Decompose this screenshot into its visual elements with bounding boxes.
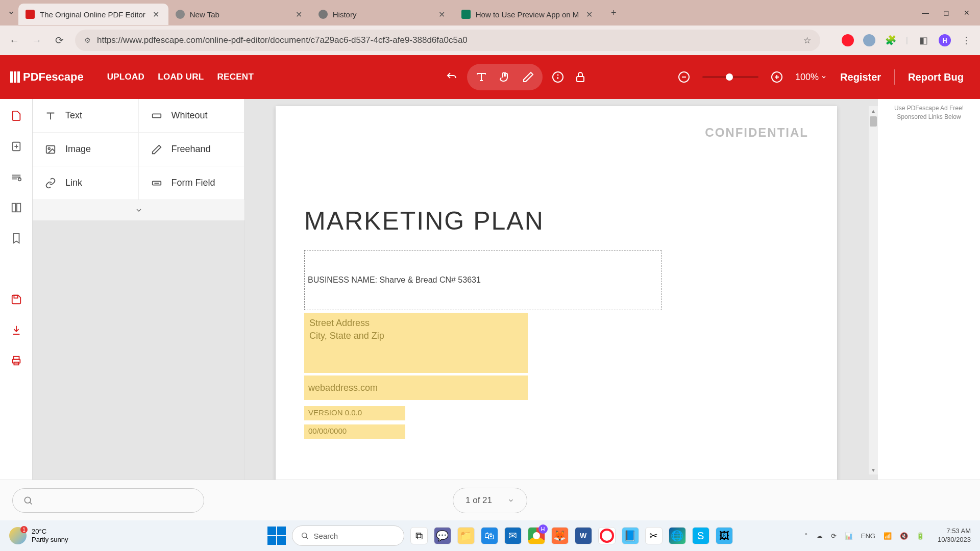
start-button[interactable]: [267, 527, 286, 545]
reload-button[interactable]: ⟳: [53, 34, 66, 47]
version-field[interactable]: VERSION 0.0.0: [304, 406, 405, 420]
mail-icon[interactable]: ✉: [504, 527, 522, 544]
pdf-page[interactable]: CONFIDENTIAL MARKETING PLAN BUSINESS NAM…: [276, 106, 837, 480]
new-tab-button[interactable]: +: [606, 5, 621, 20]
page-tab[interactable]: [9, 139, 24, 154]
side-panel-button[interactable]: ◧: [917, 34, 929, 46]
insert-tab[interactable]: [9, 108, 24, 123]
collapse-panel-button[interactable]: [33, 200, 244, 220]
task-view-icon[interactable]: ⧉: [410, 527, 428, 544]
save-button[interactable]: [9, 292, 24, 307]
lock-button[interactable]: [569, 66, 592, 88]
tab-list-dropdown[interactable]: [4, 6, 18, 20]
document-viewport[interactable]: CONFIDENTIAL MARKETING PLAN BUSINESS NAM…: [245, 99, 878, 480]
chat-icon[interactable]: 💬: [434, 527, 451, 544]
print-button[interactable]: [9, 353, 24, 368]
scroll-thumb[interactable]: [870, 116, 877, 127]
undo-button[interactable]: [440, 66, 463, 88]
clock[interactable]: 7:53 AM 10/30/2023: [938, 527, 971, 544]
photos-icon[interactable]: 🖼: [716, 527, 733, 544]
upload-link[interactable]: UPLOAD: [107, 72, 145, 82]
close-window-button[interactable]: ✕: [964, 9, 970, 17]
recent-link[interactable]: RECENT: [217, 72, 254, 82]
draw-tool-button[interactable]: [517, 66, 540, 88]
edge-icon[interactable]: 🌐: [669, 527, 686, 544]
scroll-down-icon[interactable]: ▼: [869, 465, 878, 474]
business-name-field[interactable]: BUSINESS NAME: Sharve & Bread CN# 53631: [304, 250, 662, 310]
file-explorer-icon[interactable]: 📁: [457, 527, 475, 544]
ms-store-icon[interactable]: 🛍: [481, 527, 498, 544]
tab-pdfescape[interactable]: The Original Online PDF Editor ✕: [18, 4, 168, 25]
load-url-link[interactable]: LOAD URL: [158, 72, 204, 82]
onedrive-icon[interactable]: ☁: [816, 532, 823, 540]
insert-link-button[interactable]: Link: [33, 166, 139, 200]
back-button[interactable]: ←: [8, 34, 21, 47]
zoom-out-button[interactable]: [673, 66, 695, 88]
tab-preview-app[interactable]: How to Use Preview App on M ✕: [454, 4, 602, 25]
insert-freehand-button[interactable]: Freehand: [139, 133, 245, 166]
tray-overflow-icon[interactable]: ˄: [804, 532, 808, 540]
close-icon[interactable]: ✕: [584, 10, 595, 19]
opera-extension-icon[interactable]: [842, 34, 854, 46]
address-field[interactable]: Street Address City, State and Zip: [304, 313, 528, 373]
taskbar-search[interactable]: Search: [292, 525, 404, 546]
close-icon[interactable]: ✕: [293, 10, 304, 19]
annotate-tab[interactable]: [9, 169, 24, 185]
analytics-tray-icon[interactable]: 📊: [845, 532, 853, 540]
tab-newtab[interactable]: New Tab ✕: [168, 4, 311, 25]
insert-text-button[interactable]: Text: [33, 99, 139, 133]
bookmark-star-icon[interactable]: ☆: [803, 35, 811, 46]
close-icon[interactable]: ✕: [151, 10, 161, 19]
workspace: Text Whiteout Image Freehand Link Form F…: [0, 99, 980, 480]
text-tool-button[interactable]: [470, 66, 493, 88]
document-scrollbar[interactable]: ▲ ▼: [869, 106, 878, 474]
address-bar[interactable]: ⚙ https://www.pdfescape.com/online-pdf-e…: [75, 30, 820, 51]
forward-button[interactable]: →: [30, 34, 43, 47]
firefox-icon[interactable]: 🦊: [551, 527, 569, 544]
snipping-tool-icon[interactable]: ✂: [645, 527, 663, 544]
download-button[interactable]: [9, 322, 24, 338]
minimize-button[interactable]: —: [922, 9, 929, 17]
wifi-icon[interactable]: 📶: [884, 532, 892, 540]
zoom-dropdown[interactable]: 100%: [795, 72, 827, 83]
extensions-button[interactable]: 🧩: [885, 34, 897, 46]
extension-icon[interactable]: [863, 34, 875, 46]
document-search-input[interactable]: [12, 488, 204, 513]
pdfescape-logo[interactable]: PDFescape: [10, 70, 84, 84]
weather-widget[interactable]: 20°C Partly sunny: [9, 527, 68, 544]
maximize-button[interactable]: ◻: [943, 9, 949, 17]
language-indicator[interactable]: ENG: [861, 532, 875, 540]
security-icon[interactable]: ⟳: [831, 532, 837, 540]
bookmarks-tab[interactable]: [9, 231, 24, 246]
pan-tool-button[interactable]: [494, 66, 516, 88]
date-field[interactable]: 00/00/0000: [304, 424, 405, 439]
web-address-field[interactable]: webaddress.com: [304, 375, 528, 400]
browser-menu-button[interactable]: ⋮: [960, 34, 972, 46]
word-icon[interactable]: W: [575, 527, 592, 544]
insert-form-field-button[interactable]: Form Field: [139, 166, 245, 200]
register-button[interactable]: Register: [834, 71, 887, 83]
scroll-up-icon[interactable]: ▲: [869, 106, 878, 115]
chevron-down-icon: [507, 497, 514, 504]
close-icon[interactable]: ✕: [436, 10, 447, 19]
opera-icon[interactable]: [598, 527, 616, 544]
chrome-icon[interactable]: [528, 527, 545, 544]
site-settings-icon[interactable]: ⚙: [84, 36, 91, 44]
insert-image-button[interactable]: Image: [33, 133, 139, 166]
tab-history[interactable]: History ✕: [311, 4, 454, 25]
zoom-in-button[interactable]: [766, 66, 788, 88]
page-indicator: 1 of 21: [465, 495, 492, 506]
profile-avatar[interactable]: H: [939, 34, 951, 46]
thumbnails-tab[interactable]: [9, 200, 24, 215]
report-bug-button[interactable]: Report Bug: [902, 71, 970, 83]
zoom-slider[interactable]: [702, 76, 758, 78]
notepad-icon[interactable]: 📘: [622, 527, 639, 544]
info-button[interactable]: [547, 66, 569, 88]
tab-title: History: [333, 10, 431, 19]
page-selector-dropdown[interactable]: 1 of 21: [453, 488, 527, 513]
volume-icon[interactable]: 🔇: [900, 532, 908, 540]
insert-whiteout-button[interactable]: Whiteout: [139, 99, 245, 133]
skype-icon[interactable]: S: [692, 527, 709, 544]
svg-point-12: [18, 178, 20, 181]
battery-icon[interactable]: 🔋: [916, 532, 924, 540]
